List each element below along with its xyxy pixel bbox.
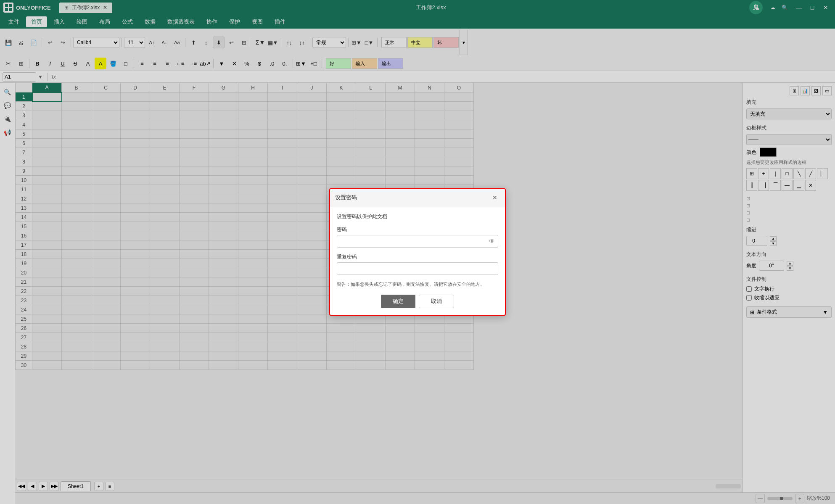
dialog-body: 设置密码以保护此文档 密码 👁 重复密码 警告：如果您丢失或忘记了密码，则无法恢… bbox=[330, 206, 505, 315]
password-label: 密码 bbox=[337, 226, 498, 233]
dialog-header: 设置密码 ✕ bbox=[330, 189, 505, 206]
dialog-title: 设置密码 bbox=[335, 194, 357, 201]
dialog-footer: 确定 取消 bbox=[337, 295, 498, 308]
eye-icon[interactable]: 👁 bbox=[489, 238, 495, 245]
dialog-overlay: 设置密码 ✕ 设置密码以保护此文档 密码 👁 重复密码 警告：如果您丢失或忘记了… bbox=[0, 0, 835, 504]
repeat-password-label: 重复密码 bbox=[337, 253, 498, 261]
password-input-wrap: 👁 bbox=[337, 235, 498, 248]
repeat-password-input-wrap bbox=[337, 262, 498, 275]
password-dialog: 设置密码 ✕ 设置密码以保护此文档 密码 👁 重复密码 警告：如果您丢失或忘记了… bbox=[329, 188, 506, 316]
dialog-desc: 设置密码以保护此文档 bbox=[337, 213, 498, 220]
dialog-warning: 警告：如果您丢失或忘记了密码，则无法恢复。请把它放在安全的地方。 bbox=[337, 281, 498, 288]
dialog-close-btn[interactable]: ✕ bbox=[490, 193, 500, 203]
repeat-password-input[interactable] bbox=[337, 262, 498, 275]
cancel-button[interactable]: 取消 bbox=[419, 295, 454, 308]
confirm-button[interactable]: 确定 bbox=[381, 295, 415, 308]
password-input[interactable] bbox=[337, 235, 498, 248]
